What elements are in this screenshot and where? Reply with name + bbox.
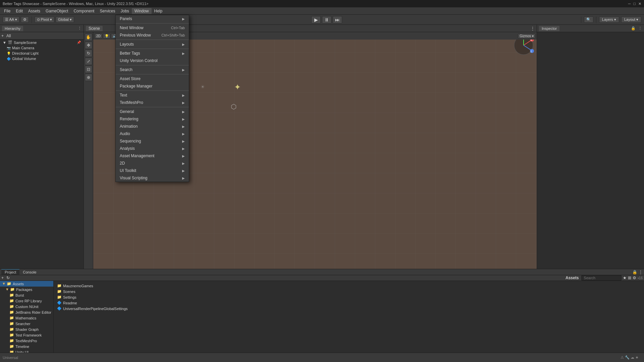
menu-item-search[interactable]: Search ▶ — [116, 66, 189, 73]
menu-item-analysis[interactable]: Analysis ▶ — [116, 145, 189, 152]
dropdown-overlay[interactable] — [0, 0, 644, 362]
panels-label: Panels — [120, 16, 132, 21]
asset-store-label: Asset Store — [120, 76, 141, 81]
better-tags-arrow-icon: ▶ — [182, 52, 185, 55]
prev-window-label: Previous Window — [120, 33, 151, 38]
analysis-label: Analysis — [120, 146, 135, 151]
menu-item-2d[interactable]: 2D ▶ — [116, 160, 189, 167]
menu-item-package-manager[interactable]: Package Manager — [116, 82, 189, 90]
menu-item-better-tags[interactable]: Better Tags ▶ — [116, 50, 189, 57]
audio-arrow-icon: ▶ — [182, 132, 185, 136]
menu-item-next-window[interactable]: Next Window Ctrl+Tab — [116, 24, 189, 32]
menu-item-asset-store[interactable]: Asset Store — [116, 75, 189, 82]
asset-management-label: Asset Management — [120, 154, 154, 158]
separator-4 — [116, 65, 189, 65]
separator-3 — [116, 49, 189, 49]
better-tags-label: Better Tags — [120, 51, 140, 56]
menu-item-unity-version-control[interactable]: Unity Version Control — [116, 57, 189, 64]
animation-label: Animation — [120, 124, 138, 129]
animation-arrow-icon: ▶ — [182, 125, 185, 128]
2d-arrow-icon: ▶ — [182, 162, 185, 165]
text-label: Text — [120, 93, 127, 98]
analysis-arrow-icon: ▶ — [182, 147, 185, 150]
menu-item-sequencing[interactable]: Sequencing ▶ — [116, 137, 189, 145]
package-manager-label: Package Manager — [120, 84, 152, 88]
menu-item-prev-window[interactable]: Previous Window Ctrl+Shift+Tab — [116, 32, 189, 39]
prev-window-shortcut: Ctrl+Shift+Tab — [161, 33, 185, 37]
menu-item-rendering[interactable]: Rendering ▶ — [116, 115, 189, 123]
rendering-arrow-icon: ▶ — [182, 117, 185, 121]
ui-toolkit-label: UI Toolkit — [120, 168, 136, 173]
search-label: Search — [120, 67, 132, 72]
asset-management-arrow-icon: ▶ — [182, 154, 185, 158]
menu-item-layouts[interactable]: Layouts ▶ — [116, 41, 189, 48]
textmeshpro-menu-label: TextMeshPro — [120, 100, 143, 105]
audio-label: Audio — [120, 131, 130, 136]
layouts-arrow-icon: ▶ — [182, 43, 185, 46]
search-arrow-icon: ▶ — [182, 68, 185, 72]
textmeshpro-arrow-icon: ▶ — [182, 101, 185, 105]
menu-item-audio[interactable]: Audio ▶ — [116, 130, 189, 137]
sequencing-label: Sequencing — [120, 139, 141, 143]
visual-scripting-arrow-icon: ▶ — [182, 176, 185, 180]
menu-item-visual-scripting[interactable]: Visual Scripting ▶ — [116, 174, 189, 182]
next-window-label: Next Window — [120, 25, 144, 30]
separator-7 — [116, 107, 189, 107]
menu-item-general[interactable]: General ▶ — [116, 108, 189, 115]
visual-scripting-label: Visual Scripting — [120, 176, 148, 180]
2d-label: 2D — [120, 161, 125, 166]
menu-item-panels[interactable]: Panels ▶ — [116, 15, 189, 22]
general-arrow-icon: ▶ — [182, 110, 185, 114]
menu-item-textmeshpro[interactable]: TextMeshPro ▶ — [116, 99, 189, 106]
text-arrow-icon: ▶ — [182, 94, 185, 97]
sequencing-arrow-icon: ▶ — [182, 139, 185, 143]
menu-item-animation[interactable]: Animation ▶ — [116, 123, 189, 130]
separator-2 — [116, 40, 189, 40]
menu-item-ui-toolkit[interactable]: UI Toolkit ▶ — [116, 167, 189, 174]
rendering-label: Rendering — [120, 117, 138, 121]
unity-vc-label: Unity Version Control — [120, 58, 158, 63]
general-label: General — [120, 109, 134, 114]
separator-6 — [116, 90, 189, 91]
window-menu: Panels ▶ Next Window Ctrl+Tab Previous W… — [115, 15, 189, 182]
ui-toolkit-arrow-icon: ▶ — [182, 169, 185, 173]
panels-arrow-icon: ▶ — [182, 17, 185, 21]
layouts-label: Layouts — [120, 42, 134, 47]
separator-5 — [116, 74, 189, 74]
separator-1 — [116, 23, 189, 23]
menu-item-text[interactable]: Text ▶ — [116, 92, 189, 99]
menu-item-asset-management[interactable]: Asset Management ▶ — [116, 152, 189, 160]
next-window-shortcut: Ctrl+Tab — [171, 26, 185, 30]
